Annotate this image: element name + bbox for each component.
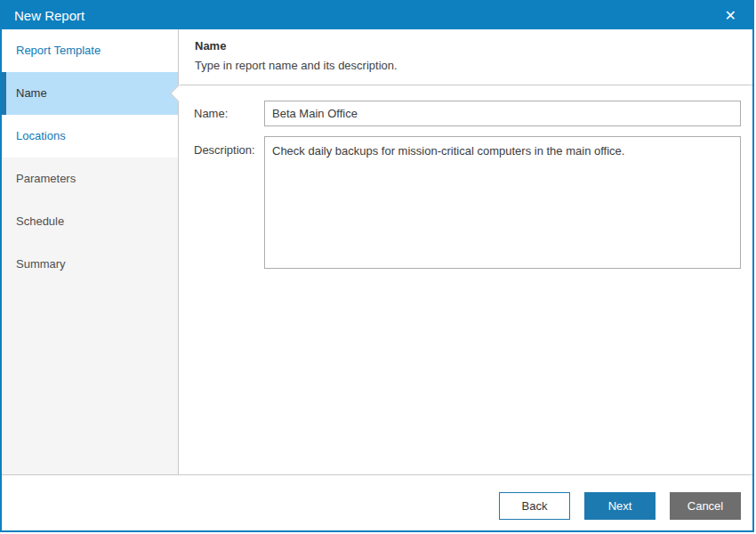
report-name-input[interactable] [264,101,741,126]
title-bar: New Report ✕ [2,2,752,29]
sidebar-filler [2,286,178,474]
cancel-button[interactable]: Cancel [670,492,741,520]
sidebar-item-parameters: Parameters [2,158,178,200]
back-button[interactable]: Back [499,492,570,520]
report-description-textarea[interactable]: Check daily backups for mission-critical… [264,136,741,269]
description-field-label: Description: [194,143,255,157]
sidebar-item-report-template[interactable]: Report Template [2,29,178,72]
close-icon: ✕ [725,8,736,23]
close-button[interactable]: ✕ [721,7,740,25]
step-title: Name [195,39,752,53]
footer-bar: Back Next Cancel [2,474,752,530]
next-button[interactable]: Next [584,492,655,520]
sidebar-item-schedule: Schedule [2,200,178,243]
sidebar-item-locations[interactable]: Locations [2,115,178,158]
sidebar-item-name[interactable]: Name [2,72,178,115]
wizard-steps-sidebar: Report Template Name Locations Parameter… [2,29,179,474]
sidebar-item-summary: Summary [2,243,178,286]
step-subtitle: Type in report name and its description. [195,59,752,72]
window-title: New Report [14,8,84,23]
step-header: Name Type in report name and its descrip… [180,29,752,85]
new-report-wizard-window: New Report ✕ Report Template Name Locati… [0,0,754,532]
name-field-label: Name: [194,101,228,126]
